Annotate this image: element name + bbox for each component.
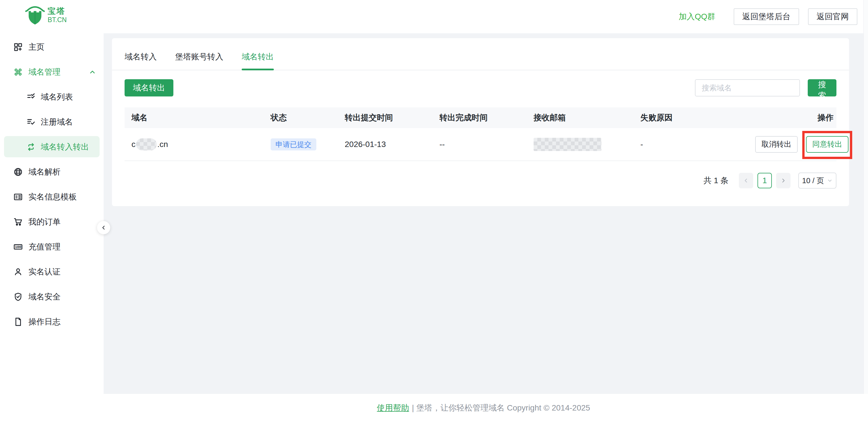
table-row: c .cn 申请已提交 2026-01-13 -- - 取消转出 同意转出 bbox=[125, 128, 836, 161]
brand-subtitle: BT.CN bbox=[48, 16, 67, 24]
complete-time-cell: -- bbox=[433, 140, 527, 149]
tab-domain-transfer-in[interactable]: 域名转入 bbox=[125, 51, 157, 70]
file-icon bbox=[13, 317, 23, 327]
tab-bar: 域名转入 堡塔账号转入 域名转出 bbox=[112, 38, 849, 70]
bt-shield-logo-icon bbox=[24, 5, 46, 27]
sidebar-item-domain-list[interactable]: 域名列表 bbox=[0, 84, 104, 109]
domain-cell: c .cn bbox=[125, 139, 264, 150]
pagination-page-1[interactable]: 1 bbox=[757, 173, 772, 188]
back-to-site-button[interactable]: 返回官网 bbox=[808, 8, 857, 25]
sidebar-item-home[interactable]: 主页 bbox=[0, 34, 104, 59]
content-card: 域名转入 堡塔账号转入 域名转出 域名转出 搜索 域名 状态 转出提交时间 转出… bbox=[112, 38, 849, 206]
sidebar: 宝塔 BT.CN 主页 域名管理 域 bbox=[0, 0, 104, 422]
chevron-up-icon bbox=[89, 68, 96, 76]
sidebar-item-label: 域名解析 bbox=[28, 167, 61, 177]
page-size-select[interactable]: 10 / 页 bbox=[798, 173, 836, 189]
search-input[interactable] bbox=[695, 79, 800, 96]
sidebar-item-domain-management[interactable]: 域名管理 bbox=[0, 59, 104, 84]
sidebar-item-operation-log[interactable]: 操作日志 bbox=[0, 309, 104, 334]
topbar: 加入QQ群 返回堡塔后台 返回官网 bbox=[104, 0, 863, 33]
table-header-row: 域名 状态 转出提交时间 转出完成时间 接收邮箱 失败原因 操作 bbox=[125, 108, 836, 128]
column-header-status: 状态 bbox=[264, 112, 338, 123]
sidebar-item-label: 域名安全 bbox=[28, 291, 61, 302]
sidebar-item-label: 注册域名 bbox=[41, 117, 73, 127]
column-header-email: 接收邮箱 bbox=[527, 112, 633, 123]
svg-text:100: 100 bbox=[15, 245, 21, 249]
banknote-icon: 100 bbox=[13, 242, 23, 252]
column-header-submit-time: 转出提交时间 bbox=[338, 112, 433, 123]
sidebar-item-realname-auth[interactable]: 实名认证 bbox=[0, 259, 104, 284]
sidebar-item-label: 域名转入转出 bbox=[41, 142, 89, 152]
sidebar-item-register-domain[interactable]: 注册域名 bbox=[0, 109, 104, 134]
sidebar-item-label: 实名认证 bbox=[28, 266, 61, 277]
sidebar-item-realname-template[interactable]: 实名信息模板 bbox=[0, 184, 104, 209]
chevron-down-icon bbox=[827, 178, 833, 183]
transfer-icon bbox=[26, 142, 36, 152]
sidebar-item-domain-security[interactable]: 域名安全 bbox=[0, 284, 104, 309]
pagination-next-button[interactable] bbox=[776, 173, 790, 188]
status-badge: 申请已提交 bbox=[271, 139, 316, 150]
brand-logo[interactable]: 宝塔 BT.CN bbox=[0, 0, 104, 27]
search-button[interactable]: 搜索 bbox=[808, 79, 836, 96]
dashboard-icon bbox=[13, 42, 23, 52]
sidebar-item-label: 充值管理 bbox=[28, 241, 61, 252]
chevron-left-icon bbox=[743, 177, 749, 184]
sidebar-item-dns[interactable]: 域名解析 bbox=[0, 159, 104, 184]
sidebar-item-label: 操作日志 bbox=[28, 316, 61, 327]
submit-time-cell: 2026-01-13 bbox=[338, 140, 433, 149]
template-icon bbox=[13, 192, 23, 202]
tab-domain-transfer-out[interactable]: 域名转出 bbox=[242, 51, 274, 70]
redacted-domain-blur bbox=[136, 139, 157, 150]
sidebar-item-orders[interactable]: 我的订单 bbox=[0, 209, 104, 234]
chevron-left-icon bbox=[100, 224, 107, 231]
join-qq-link[interactable]: 加入QQ群 bbox=[679, 11, 715, 22]
brand-title: 宝塔 bbox=[48, 6, 67, 16]
tab-bt-account-transfer-in[interactable]: 堡塔账号转入 bbox=[175, 51, 223, 70]
shield-check-icon bbox=[13, 292, 23, 302]
column-header-actions: 操作 bbox=[748, 112, 836, 123]
sidebar-item-label: 实名信息模板 bbox=[28, 191, 76, 202]
email-cell bbox=[527, 138, 633, 151]
column-header-complete-time: 转出完成时间 bbox=[433, 112, 527, 123]
fail-reason-cell: - bbox=[633, 140, 748, 149]
user-icon bbox=[13, 267, 23, 277]
help-link[interactable]: 使用帮助 bbox=[377, 402, 409, 413]
pagination-prev-button[interactable] bbox=[739, 173, 753, 188]
main-area: 域名转入 堡塔账号转入 域名转出 域名转出 搜索 域名 状态 转出提交时间 转出… bbox=[104, 33, 863, 394]
back-to-admin-button[interactable]: 返回堡塔后台 bbox=[734, 8, 799, 25]
agree-transfer-button[interactable]: 同意转出 bbox=[806, 136, 848, 153]
sidebar-item-domain-transfer[interactable]: 域名转入转出 bbox=[0, 134, 104, 159]
chevron-right-icon bbox=[780, 177, 786, 184]
sidebar-nav: 主页 域名管理 域名列表 注册域名 bbox=[0, 34, 104, 334]
actions-cell: 取消转出 同意转出 bbox=[748, 136, 851, 153]
footer-copyright: | 堡塔，让你轻松管理域名 Copyright © 2014-2025 bbox=[412, 402, 590, 413]
sidebar-item-label: 域名管理 bbox=[28, 67, 61, 78]
scrollbar-gutter[interactable] bbox=[863, 0, 868, 422]
footer: 使用帮助 | 堡塔，让你轻松管理域名 Copyright © 2014-2025 bbox=[0, 394, 868, 422]
transfer-out-table: 域名 状态 转出提交时间 转出完成时间 接收邮箱 失败原因 操作 c .cn 申… bbox=[125, 108, 836, 161]
sidebar-collapse-button[interactable] bbox=[97, 221, 110, 234]
list-register-icon bbox=[26, 117, 36, 127]
sidebar-item-recharge[interactable]: 100 充值管理 bbox=[0, 234, 104, 259]
pagination: 共 1 条 1 10 / 页 bbox=[112, 173, 849, 189]
cart-icon bbox=[13, 217, 23, 227]
toolbar: 域名转出 搜索 bbox=[112, 79, 849, 96]
list-check-icon bbox=[26, 92, 36, 102]
globe-icon bbox=[13, 167, 23, 177]
column-header-domain: 域名 bbox=[125, 112, 264, 123]
cancel-transfer-button[interactable]: 取消转出 bbox=[755, 136, 798, 153]
pagination-total: 共 1 条 bbox=[704, 175, 728, 186]
sidebar-item-label: 主页 bbox=[28, 41, 44, 53]
sidebar-item-label: 我的订单 bbox=[28, 216, 61, 228]
column-header-fail-reason: 失败原因 bbox=[633, 112, 748, 123]
command-icon bbox=[13, 67, 23, 77]
transfer-out-button[interactable]: 域名转出 bbox=[125, 79, 174, 96]
redacted-email-blur bbox=[534, 138, 601, 151]
sidebar-item-label: 域名列表 bbox=[41, 92, 73, 102]
